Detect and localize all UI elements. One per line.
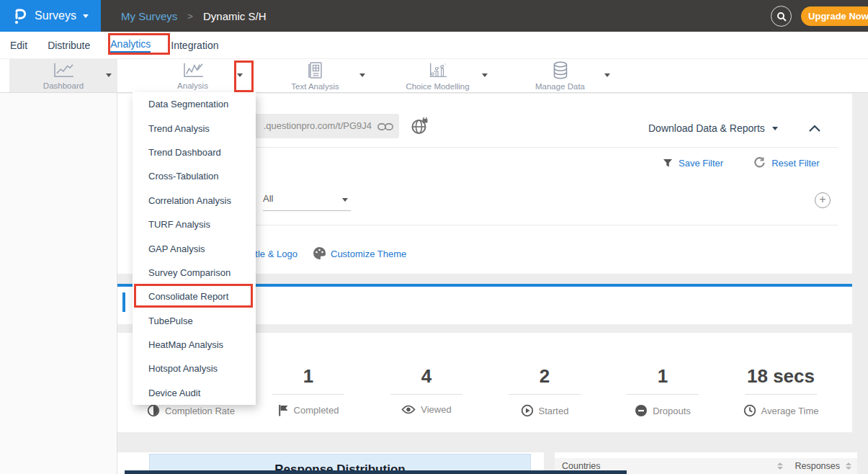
left-margin-strip xyxy=(0,93,117,474)
menu-item-hotspot-analysis[interactable]: Hotspot Analysis xyxy=(133,357,256,380)
copy-link-button[interactable] xyxy=(377,121,393,134)
stat-dropouts: 1 Dropouts xyxy=(605,333,720,417)
stat-value: 1 xyxy=(605,365,720,388)
chevron-up-icon xyxy=(808,125,821,133)
sort-icon[interactable] xyxy=(777,462,783,470)
line-chart-icon xyxy=(52,62,75,79)
column-header-countries[interactable]: Countries xyxy=(562,461,601,471)
survey-nav-tabs: Edit Distribute Analytics Integration xyxy=(0,32,868,59)
toolbar-group-manage-data[interactable]: Manage Data xyxy=(504,59,616,92)
stat-label: Started xyxy=(539,406,569,416)
section-heading-accent xyxy=(122,292,125,312)
breadcrumb-my-surveys[interactable]: My Surveys xyxy=(121,10,177,22)
stat-value: 18 secs xyxy=(723,365,838,388)
customize-theme-label[interactable]: Customize Theme xyxy=(331,249,406,259)
stat-value: 4 xyxy=(369,365,484,388)
tab-integration[interactable]: Integration xyxy=(171,40,218,51)
questionpro-logo-icon xyxy=(12,6,28,26)
sort-icon[interactable] xyxy=(846,462,851,470)
menu-item-correlation-analysis[interactable]: Correlation Analysis xyxy=(133,189,256,213)
stat-viewed: 4 Viewed xyxy=(369,333,484,415)
palette-icon xyxy=(313,246,326,260)
filter-funnel-icon xyxy=(663,158,673,168)
breadcrumb-current-survey: Dynamic S/H xyxy=(203,10,267,22)
survey-url-text: .questionpro.com/t/PG9J4 xyxy=(264,120,372,131)
upgrade-now-button[interactable]: Upgrade Now xyxy=(801,6,868,26)
toolbar-group-choice-modelling[interactable]: Choice Modelling xyxy=(382,59,493,92)
menu-item-gap-analysis[interactable]: GAP Analysis xyxy=(133,236,256,260)
product-label: Surveys xyxy=(35,9,76,22)
menu-item-heatmap-analysis[interactable]: HeatMap Analysis xyxy=(133,333,256,357)
customize-theme-button[interactable] xyxy=(313,246,326,263)
column-header-responses[interactable]: Responses xyxy=(795,461,840,471)
chevron-down-icon xyxy=(83,14,89,18)
toolbar-label-text-analysis: Text Analysis xyxy=(291,82,339,91)
search-button[interactable] xyxy=(771,6,792,27)
stat-underline xyxy=(390,394,462,395)
stat-average-time: 18 secs Average Time xyxy=(723,333,838,417)
play-circle-icon xyxy=(521,404,534,417)
breadcrumb-separator: > xyxy=(187,11,193,22)
stat-label: Dropouts xyxy=(653,406,691,416)
chart-header-strip xyxy=(125,470,627,474)
toolbar-group-analysis[interactable]: Analysis xyxy=(137,59,249,92)
filter-select-caret-icon xyxy=(342,198,348,202)
choice-modelling-caret-icon[interactable] xyxy=(482,73,488,77)
breadcrumb: My Surveys > Dynamic S/H xyxy=(121,0,266,32)
text-document-icon xyxy=(306,61,325,80)
stat-label: Average Time xyxy=(761,406,819,416)
link-icon xyxy=(377,122,393,131)
stat-underline xyxy=(745,394,817,395)
menu-item-device-audit[interactable]: Device Audit xyxy=(133,381,256,405)
collapse-panel-button[interactable] xyxy=(808,122,821,135)
filter-select-value: All xyxy=(263,193,273,204)
menu-item-consolidate-report[interactable]: Consolidate Report xyxy=(133,285,256,308)
stat-label: Viewed xyxy=(421,404,451,415)
menu-item-trend-analysis[interactable]: Trend Analysis xyxy=(133,116,256,140)
toolbar-group-text-analysis[interactable]: Text Analysis xyxy=(259,59,371,92)
flag-icon xyxy=(278,404,289,416)
download-caret-icon xyxy=(772,127,778,130)
stat-underline xyxy=(509,394,581,395)
menu-item-turf-analysis[interactable]: TURF Analysis xyxy=(133,213,256,236)
stat-label: Completion Rate xyxy=(165,406,235,416)
stat-underline xyxy=(627,394,699,395)
stat-label: Completed xyxy=(294,405,339,416)
database-icon xyxy=(552,61,569,80)
download-data-reports-dropdown[interactable]: Download Data & Reports xyxy=(648,118,778,138)
save-filter-button[interactable]: Save Filter xyxy=(679,158,723,169)
tab-analytics[interactable]: Analytics xyxy=(110,38,151,53)
reset-icon xyxy=(753,157,766,169)
add-filter-button[interactable]: + xyxy=(815,192,831,208)
text-analysis-caret-icon[interactable] xyxy=(359,73,365,77)
clock-icon xyxy=(743,404,756,417)
surveys-product-menu[interactable]: Surveys xyxy=(0,0,101,32)
minus-circle-icon xyxy=(635,404,648,417)
toolbar-label-manage-data: Manage Data xyxy=(535,82,585,91)
menu-item-survey-comparison[interactable]: Survey Comparison xyxy=(133,261,256,285)
secure-link-button[interactable] xyxy=(411,117,429,138)
app-window: Surveys My Surveys > Dynamic S/H Upgrade… xyxy=(0,0,868,474)
menu-item-tubepulse[interactable]: TubePulse xyxy=(133,309,256,333)
tab-distribute[interactable]: Distribute xyxy=(48,40,90,51)
analysis-chart-icon xyxy=(182,62,205,79)
menu-item-data-segmentation[interactable]: Data Segmentation xyxy=(133,92,256,116)
filter-select[interactable]: All xyxy=(263,189,351,211)
eye-icon xyxy=(401,405,416,414)
menu-item-cross-tabulation[interactable]: Cross-Tabulation xyxy=(133,164,256,188)
stat-value: 2 xyxy=(487,365,602,388)
stat-underline xyxy=(272,394,344,395)
reset-filter-button[interactable]: Reset Filter xyxy=(771,158,819,169)
dashboard-caret-icon[interactable] xyxy=(106,73,112,77)
stat-completed: 1 Completed xyxy=(251,333,366,416)
menu-item-trend-dashboard[interactable]: Trend Dashboard xyxy=(133,140,256,164)
search-icon xyxy=(777,12,787,22)
analysis-caret-icon[interactable] xyxy=(237,73,243,77)
tab-edit[interactable]: Edit xyxy=(10,40,27,51)
filter-actions-row: Save Filter Reset Filter xyxy=(663,157,820,169)
toolbar-label-dashboard: Dashboard xyxy=(43,81,84,90)
manage-data-caret-icon[interactable] xyxy=(604,73,610,77)
stat-value: 1 xyxy=(251,365,366,388)
toolbar-group-dashboard[interactable]: Dashboard xyxy=(9,59,117,92)
stat-started: 2 Started xyxy=(487,333,602,417)
